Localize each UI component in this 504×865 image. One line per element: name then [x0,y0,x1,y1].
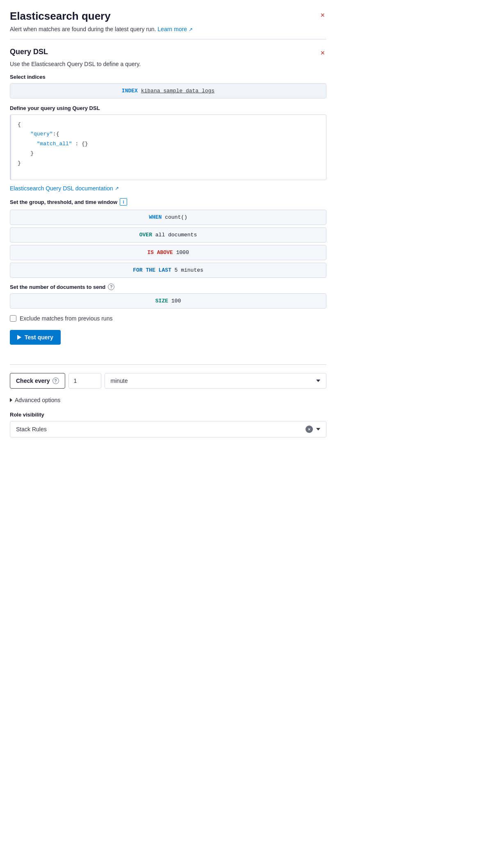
chevron-down-icon [316,380,320,382]
check-every-label-box: Check every ? [10,373,65,389]
docs-to-send-label: Set the number of documents to send ? [10,284,326,290]
role-visibility-section: Role visibility Stack Rules × [10,412,326,437]
define-query-label: Define your query using Query DSL [10,105,326,111]
minute-select[interactable]: minute [105,373,326,389]
advanced-options-row[interactable]: Advanced options [10,397,326,403]
query-dsl-close-button[interactable]: × [319,48,326,58]
docs-help-icon[interactable]: ? [108,284,114,290]
external-link-icon: ↗ [189,27,193,32]
test-query-label: Test query [25,334,53,341]
code-line-2: "query":{ [18,129,319,139]
exclude-label: Exclude matches from previous runs [20,315,112,322]
minute-label: minute [111,378,128,384]
check-every-label: Check every [16,378,50,384]
query-dsl-header: Query DSL × [10,48,326,58]
index-name: kibana_sample_data_logs [141,88,214,94]
query-dsl-editor[interactable]: { "query":{ "match_all" : {} } } [10,114,326,180]
code-line-4: } [18,149,319,158]
code-line-1: { [18,120,319,129]
role-visibility-label: Role visibility [10,412,326,418]
test-query-button[interactable]: Test query [10,330,61,345]
is-above-keyword: IS ABOVE [147,249,173,256]
size-row[interactable]: SIZE 100 [10,293,326,309]
select-indices-label: Select indices [10,74,326,80]
role-chevron-down-icon [316,428,320,430]
for-the-last-row[interactable]: FOR THE LAST 5 minutes [10,263,326,278]
page-title: Elasticsearch query [10,10,111,23]
when-row[interactable]: WHEN count() [10,210,326,225]
code-line-3: "match_all" : {} [18,139,319,149]
check-every-section: Check every ? minute [10,373,326,389]
role-clear-button[interactable]: × [306,426,313,433]
play-icon [17,335,21,340]
external-link-icon: ↗ [115,185,119,191]
page-header: Elasticsearch query × [10,10,326,23]
role-select-box[interactable]: Stack Rules × [10,421,326,437]
index-keyword: INDEX [122,88,138,94]
page-subtitle: Alert when matches are found during the … [10,26,326,32]
is-above-row[interactable]: IS ABOVE 1000 [10,245,326,260]
learn-more-link[interactable]: Learn more ↗ [157,26,192,32]
group-threshold-label: Set the group, threshold, and time windo… [10,198,326,206]
group-threshold-info-icon[interactable]: i [120,198,127,206]
for-the-last-keyword: FOR THE LAST [133,267,171,273]
role-right-controls: × [306,426,320,433]
exclude-checkbox[interactable] [10,315,16,322]
is-above-value: 1000 [176,249,189,256]
over-value: all documents [155,232,197,238]
header-divider [10,39,326,39]
check-every-help-icon[interactable]: ? [52,378,59,384]
for-the-last-value: 5 minutes [175,267,203,273]
size-keyword: SIZE [155,298,168,304]
when-value-text: count() [165,214,187,220]
exclude-checkbox-row[interactable]: Exclude matches from previous runs [10,315,326,322]
over-keyword: OVER [139,232,152,238]
section-divider [10,364,326,365]
advanced-options-label: Advanced options [15,397,60,403]
query-dsl-description: Use the Elasticsearch Query DSL to defin… [10,61,326,67]
close-button[interactable]: × [319,10,326,21]
chevron-right-icon [10,398,12,402]
role-value: Stack Rules [16,426,47,432]
check-every-row: Check every ? minute [10,373,326,389]
when-keyword: WHEN [149,214,162,220]
dsl-doc-link[interactable]: Elasticsearch Query DSL documentation ↗ [10,185,119,192]
code-line-5: } [18,158,319,168]
check-every-input[interactable] [68,373,101,389]
size-value: 100 [171,298,181,304]
indices-box[interactable]: INDEX kibana_sample_data_logs [10,83,326,98]
over-row[interactable]: OVER all documents [10,227,326,243]
query-dsl-title: Query DSL [10,48,48,56]
